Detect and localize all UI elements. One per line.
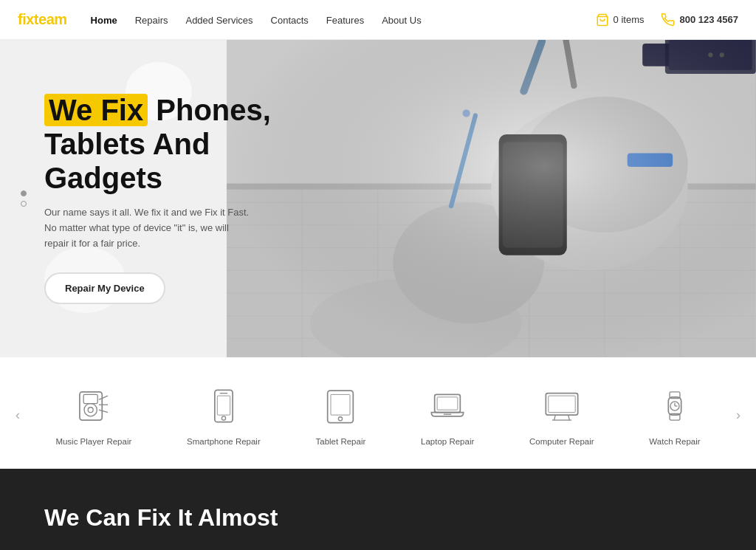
dark-section-title: We Can Fix It Almost [44,504,278,532]
laptop-icon [425,384,470,428]
logo-fix: fix [18,11,34,27]
phone-number: 800 123 4567 [679,14,738,25]
tablet-svg [321,387,360,425]
logo-team: team [34,11,67,27]
hero-description: Our name says it all. We fix it and we F… [44,205,251,251]
nav-item-contacts[interactable]: Contacts [271,13,309,27]
svg-rect-37 [83,394,97,403]
service-label-music-player: Music Player Repair [55,437,131,446]
service-label-laptop: Laptop Repair [421,437,474,446]
svg-rect-51 [546,393,577,415]
computer-svg [543,387,581,425]
svg-rect-49 [437,397,458,410]
service-item-watch[interactable]: Watch Repair [649,384,700,446]
nav-link-features[interactable]: Features [326,15,364,26]
hero-title-highlight: We Fix [44,94,148,126]
service-item-tablet[interactable]: Tablet Repair [316,384,366,446]
nav-item-features[interactable]: Features [326,13,364,27]
tablet-icon [318,384,362,428]
hero-content: We Fix Phones, Tablets And Gadgets Our n… [0,93,271,303]
service-item-music-player[interactable]: Music Player Repair [55,384,131,446]
services-next-arrow[interactable]: › [728,405,749,425]
services-inner: ‹ Music Player Repair [0,384,756,446]
nav-item-added-services[interactable]: Added Services [185,13,252,27]
service-item-smartphone[interactable]: Smartphone Repair [187,384,261,446]
hero-title-line3: Gadgets [44,162,162,194]
nav-item-home[interactable]: Home [91,13,117,27]
cart-icon [596,13,609,27]
music-player-icon [72,384,116,428]
hero-title-rest: Phones, [148,94,271,126]
svg-rect-45 [328,391,354,422]
watch-svg [656,387,694,425]
phone-icon [662,13,675,27]
services-list: Music Player Repair Smartphone Repair [28,384,728,446]
service-label-tablet: Tablet Repair [316,437,366,446]
phone-area[interactable]: 800 123 4567 [662,13,738,27]
watch-icon [653,384,697,428]
music-player-svg [75,387,113,425]
hero-section: We Fix Phones, Tablets And Gadgets Our n… [0,40,756,357]
svg-line-40 [99,410,108,412]
cart-area[interactable]: 0 items [596,13,645,27]
smartphone-icon [202,384,246,428]
hero-illustration [227,40,756,357]
hero-title-line2: Tablets And [44,128,210,160]
logo[interactable]: fixteam [18,11,67,28]
hero-title: We Fix Phones, Tablets And Gadgets [44,93,271,195]
service-item-computer[interactable]: Computer Repair [529,384,594,446]
services-prev-arrow[interactable]: ‹ [7,405,28,425]
svg-rect-33 [227,40,756,357]
svg-rect-52 [549,396,575,413]
navbar: fixteam Home Repairs Added Services Cont… [0,0,756,40]
nav-link-repairs[interactable]: Repairs [135,15,168,26]
svg-point-42 [221,416,225,420]
svg-line-53 [554,415,555,420]
svg-line-54 [568,415,569,420]
svg-point-46 [339,417,343,421]
svg-point-36 [88,408,93,413]
service-label-computer: Computer Repair [529,437,594,446]
hero-image [227,40,756,357]
nav-link-about-us[interactable]: About Us [382,15,421,26]
nav-right: 0 items 800 123 4567 [596,13,738,27]
services-section: ‹ Music Player Repair [0,357,756,469]
svg-rect-47 [331,394,350,415]
service-label-smartphone: Smartphone Repair [187,437,261,446]
cart-count: 0 items [614,14,645,25]
nav-item-repairs[interactable]: Repairs [135,13,168,27]
nav-link-home[interactable]: Home [91,15,117,26]
hero-background [227,40,756,357]
service-item-laptop[interactable]: Laptop Repair [421,384,474,446]
nav-item-about-us[interactable]: About Us [382,13,421,27]
laptop-svg [428,387,467,425]
computer-icon [540,384,584,428]
nav-link-added-services[interactable]: Added Services [185,15,252,26]
hero-cta-button[interactable]: Repair My Device [44,272,165,304]
dark-section: We Can Fix It Almost [0,469,756,550]
svg-rect-44 [217,396,230,415]
nav-link-contacts[interactable]: Contacts [271,15,309,26]
svg-point-35 [84,404,97,416]
smartphone-svg [205,387,243,425]
service-label-watch: Watch Repair [649,437,700,446]
svg-line-38 [99,396,108,399]
nav-links: Home Repairs Added Services Contacts Fea… [91,13,596,27]
